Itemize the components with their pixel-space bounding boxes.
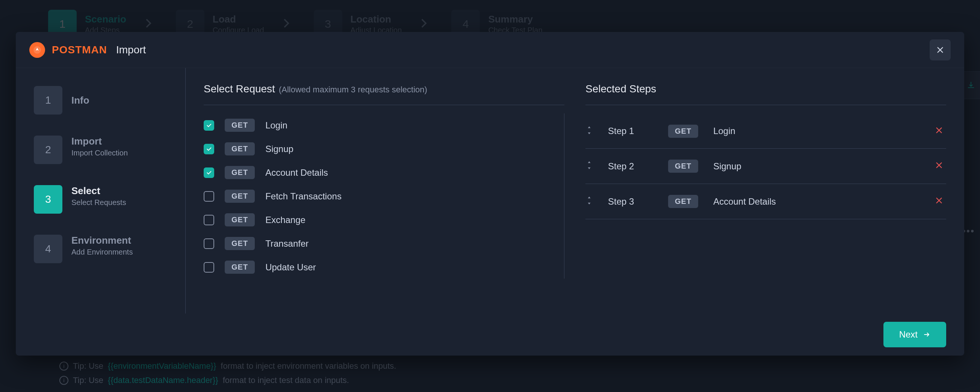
method-badge: GET bbox=[668, 160, 698, 173]
request-name: Transanfer bbox=[265, 238, 309, 249]
remove-step-button[interactable] bbox=[932, 123, 946, 139]
side-step-title: Environment bbox=[72, 235, 133, 246]
method-badge: GET bbox=[225, 119, 255, 132]
side-step-select[interactable]: 3 Select Select Requests bbox=[34, 185, 172, 214]
side-step-info[interactable]: 1 Info bbox=[34, 86, 172, 114]
step-label: Step 2 bbox=[608, 161, 653, 171]
side-step-import[interactable]: 2 Import Import Collection bbox=[34, 136, 172, 164]
request-row: GET Login bbox=[204, 119, 549, 132]
request-row: GET Transanfer bbox=[204, 237, 549, 250]
selected-steps-column: Selected Steps Step 1 GET Login bbox=[585, 83, 946, 314]
method-badge: GET bbox=[225, 142, 255, 156]
request-checkbox[interactable] bbox=[204, 144, 214, 154]
step-name: Account Details bbox=[713, 196, 776, 207]
drag-handle-icon[interactable] bbox=[585, 195, 593, 208]
request-name: Signup bbox=[265, 144, 293, 154]
select-request-title: Select Request (Allowed maximum 3 reques… bbox=[204, 83, 565, 95]
close-icon bbox=[935, 161, 943, 169]
side-step-subtitle: Add Environments bbox=[72, 248, 133, 256]
request-name: Exchange bbox=[265, 215, 305, 225]
side-step-title: Info bbox=[72, 95, 89, 106]
modal-header: POSTMAN Import bbox=[16, 32, 964, 68]
method-badge: GET bbox=[225, 237, 255, 250]
modal-title: Import bbox=[116, 44, 146, 56]
method-badge: GET bbox=[225, 213, 255, 226]
import-modal: POSTMAN Import 1 Info 2 Import Import Co… bbox=[16, 32, 964, 355]
step-label: Step 1 bbox=[608, 126, 653, 136]
request-checkbox[interactable] bbox=[204, 262, 214, 273]
select-request-title-text: Select Request bbox=[204, 83, 275, 95]
request-checkbox[interactable] bbox=[204, 167, 214, 178]
request-checkbox[interactable] bbox=[204, 238, 214, 249]
select-request-column: Select Request (Allowed maximum 3 reques… bbox=[204, 83, 565, 314]
selected-step-row: Step 3 GET Account Details bbox=[585, 184, 946, 219]
remove-step-button[interactable] bbox=[932, 158, 946, 174]
arrow-right-icon bbox=[923, 331, 931, 338]
method-badge: GET bbox=[668, 195, 698, 208]
request-row: GET Account Details bbox=[204, 166, 549, 179]
request-checkbox[interactable] bbox=[204, 215, 214, 225]
request-row: GET Fetch Transactions bbox=[204, 190, 549, 203]
select-request-hint: (Allowed maximum 3 requests selection) bbox=[279, 85, 427, 95]
side-step-title: Import bbox=[72, 136, 128, 147]
step-name: Signup bbox=[713, 161, 741, 171]
request-name: Update User bbox=[265, 262, 316, 273]
step-name: Login bbox=[713, 126, 735, 136]
modal-sidebar: 1 Info 2 Import Import Collection 3 Sele… bbox=[16, 68, 186, 314]
request-name: Login bbox=[265, 120, 288, 131]
method-badge: GET bbox=[668, 125, 698, 138]
request-row: GET Signup bbox=[204, 142, 549, 156]
selected-steps-title-text: Selected Steps bbox=[585, 83, 656, 95]
side-step-subtitle: Select Requests bbox=[72, 198, 126, 207]
selected-step-row: Step 2 GET Signup bbox=[585, 149, 946, 184]
drag-handle-icon[interactable] bbox=[585, 160, 593, 172]
drag-handle-icon[interactable] bbox=[585, 125, 593, 137]
divider bbox=[585, 105, 946, 105]
step-label: Step 3 bbox=[608, 196, 653, 207]
request-checkbox[interactable] bbox=[204, 120, 214, 131]
next-button[interactable]: Next bbox=[883, 322, 946, 347]
selected-step-row: Step 1 GET Login bbox=[585, 113, 946, 149]
side-step-number: 2 bbox=[34, 136, 62, 164]
request-name: Fetch Transactions bbox=[265, 191, 342, 202]
request-list: GET Login GET Signup GET Account Details bbox=[204, 113, 565, 279]
selected-steps-list: Step 1 GET Login Step 2 GET Signup bbox=[585, 113, 946, 219]
remove-step-button[interactable] bbox=[932, 194, 946, 209]
modal-content: Select Request (Allowed maximum 3 reques… bbox=[186, 68, 964, 314]
close-button[interactable] bbox=[930, 40, 951, 60]
method-badge: GET bbox=[225, 260, 255, 274]
side-step-environment[interactable]: 4 Environment Add Environments bbox=[34, 235, 172, 263]
request-row: GET Update User bbox=[204, 260, 549, 274]
modal-footer: Next bbox=[16, 314, 964, 355]
method-badge: GET bbox=[225, 166, 255, 179]
side-step-title: Select bbox=[72, 185, 126, 197]
method-badge: GET bbox=[225, 190, 255, 203]
side-step-subtitle: Import Collection bbox=[72, 149, 128, 157]
side-step-number: 4 bbox=[34, 235, 62, 263]
side-step-number: 3 bbox=[34, 185, 62, 214]
request-checkbox[interactable] bbox=[204, 191, 214, 202]
close-icon bbox=[936, 46, 944, 54]
close-icon bbox=[935, 126, 943, 135]
close-icon bbox=[935, 196, 943, 205]
divider bbox=[204, 105, 565, 105]
postman-logo-icon bbox=[29, 42, 45, 58]
next-button-label: Next bbox=[899, 329, 918, 340]
side-step-number: 1 bbox=[34, 86, 62, 114]
postman-brand: POSTMAN bbox=[52, 44, 107, 56]
request-row: GET Exchange bbox=[204, 213, 549, 226]
selected-steps-title: Selected Steps bbox=[585, 83, 946, 95]
request-name: Account Details bbox=[265, 167, 328, 178]
